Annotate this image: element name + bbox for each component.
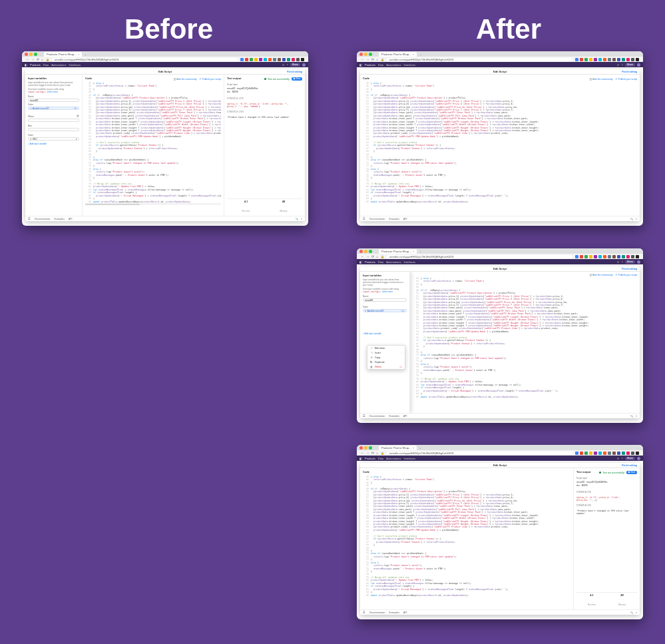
test-output-label: Test output xyxy=(227,77,241,80)
code-editor[interactable]: 45} else { 46 inferredProductStatus = (n… xyxy=(85,82,221,203)
edit-script-modal: Edit Script Finish editing Input variabl… xyxy=(25,69,305,221)
window-controls[interactable] xyxy=(22,51,40,57)
test-output-pane: Test output Test ran successfully ▶ Test… xyxy=(224,75,305,216)
sku-value: 80090 xyxy=(232,91,238,93)
search-icon[interactable]: 🔍 xyxy=(296,218,298,220)
ctx-duplicate[interactable]: ⿻Duplicate xyxy=(367,360,405,364)
learn-more-link[interactable]: Learn more xyxy=(47,91,58,93)
avatar[interactable] xyxy=(637,63,640,67)
screenshot-after-3: Products: Post to Shop…×+ ←→⟳⌂ 🔒airtable… xyxy=(357,445,643,619)
ask-community-link[interactable]: 💬 Ask the community xyxy=(590,78,612,81)
footer-examples[interactable]: Examples xyxy=(55,218,65,220)
tab-data[interactable]: Data xyxy=(378,63,383,67)
back-icon[interactable]: ← xyxy=(26,57,29,61)
code-label: Code xyxy=(85,77,92,80)
name-input[interactable] xyxy=(363,298,407,302)
test-status: Test ran successfully xyxy=(264,78,289,81)
h-scrollbar[interactable] xyxy=(85,203,221,205)
history-icon[interactable]: ⟳ xyxy=(282,63,284,67)
code-pane: Code 💬 Ask the community ⇪ Publish your … xyxy=(83,75,224,216)
sku-select[interactable]: ✦ SKU ▾ xyxy=(28,137,79,141)
tab-data[interactable]: Data xyxy=(43,63,49,67)
screenshot-before: Products: Post to Shop… × + ← → ⟳ ⌂ 🔒 ai… xyxy=(22,51,308,226)
add-input-variable-link[interactable]: + Add input variable xyxy=(28,143,47,145)
finish-editing-link[interactable]: Finish editing xyxy=(622,71,637,73)
screenshot-after-2: Products: Post to Shop…×+ ←→⟳⌂ 🔒airtable… xyxy=(357,248,643,423)
where-label: Where xyxy=(28,115,34,118)
value-token[interactable]: ✦ Airtable record ID + xyxy=(28,107,79,110)
ctx-delete[interactable]: 🗑Delete⌫ xyxy=(367,364,405,369)
ctx-edit-token[interactable]: ✓Edit token xyxy=(367,346,405,350)
ctx-insert[interactable]: ✎Insert› xyxy=(367,350,405,355)
new-tab-icon[interactable]: + xyxy=(419,53,421,56)
minimize-icon[interactable] xyxy=(29,53,33,56)
tab-close-icon[interactable]: × xyxy=(78,53,79,56)
footer-api[interactable]: API xyxy=(69,218,73,220)
url-bar[interactable]: airtable.com/appvHHf0ZpLO8c3HzWfQAVkgKuh… xyxy=(387,58,572,61)
screenshot-after-1: Products: Post to Shop…× + ←→⟳⌂ 🔒 airtab… xyxy=(357,51,643,226)
publish-script-link[interactable]: ⇪ Publish your script xyxy=(615,274,637,276)
footer-docs[interactable]: Documentation xyxy=(35,218,51,220)
tab-automations[interactable]: Automations xyxy=(386,63,401,67)
browser-tab[interactable]: Products: Post to Shop…× xyxy=(379,52,417,57)
browser-tab[interactable]: Products: Post to Shop… × xyxy=(44,52,82,57)
tab-automations[interactable]: Automations xyxy=(51,63,66,67)
tab-interfaces[interactable]: Interfaces xyxy=(69,63,81,67)
value-label: Value xyxy=(28,103,79,106)
browser-tab[interactable]: Products: Post to Shop…× xyxy=(379,446,417,450)
input-vars-label: Input variables xyxy=(28,77,79,80)
avatar[interactable] xyxy=(302,63,306,67)
name-input[interactable] xyxy=(28,99,79,102)
code-editor[interactable]: 45} else { 46 inferredProductStatus = (n… xyxy=(363,82,637,203)
url-bar[interactable]: airtable.com/appvHHf0ZpLO8c3HzWfQAVkgKuh… xyxy=(52,58,238,61)
maximize-icon[interactable] xyxy=(34,53,37,56)
ctx-copy[interactable]: ⧉Copy xyxy=(367,355,405,360)
also-input[interactable] xyxy=(28,128,79,131)
code-editor[interactable]: 45} else { 46 inferredProductStatus = (n… xyxy=(413,277,637,398)
footer-docs[interactable]: Documentation xyxy=(369,218,385,220)
finish-editing-link[interactable]: Finish editing xyxy=(287,71,302,73)
tab-interfaces[interactable]: Interfaces xyxy=(403,63,415,67)
search-icon[interactable]: 🔍 xyxy=(630,218,633,220)
code-editor[interactable]: 45} else { 46 inferredProductStatus = (n… xyxy=(363,476,570,597)
metric-runtime: 4.1Run time xyxy=(242,200,250,214)
test-button[interactable]: ▶ Test xyxy=(626,471,637,474)
add-input-variable-link[interactable]: + Add input variable xyxy=(363,332,381,335)
input-variables-pane: Input variables Input variables let you … xyxy=(360,272,410,413)
lock-icon: 🔒 xyxy=(381,58,384,61)
footer-examples[interactable]: Examples xyxy=(389,218,399,220)
forward-icon[interactable]: → xyxy=(31,57,35,61)
token-context-menu: ✓Edit token ✎Insert› ⧉Copy ⿻Duplicate 🗑D… xyxy=(367,345,405,370)
ask-community-link[interactable]: 💬 Ask the community xyxy=(590,274,612,276)
nav-buttons[interactable]: ← → ⟳ ⌂ xyxy=(26,57,43,61)
base-name[interactable]: Products xyxy=(30,63,41,67)
chevron-down-icon[interactable]: ▾ xyxy=(301,218,302,220)
reload-icon[interactable]: ⟳ xyxy=(37,57,39,61)
footer-api[interactable]: API xyxy=(403,218,407,220)
close-icon[interactable] xyxy=(25,53,28,56)
share-button[interactable]: Share xyxy=(625,63,635,67)
browser-tab[interactable]: Products: Post to Shop…× xyxy=(379,249,417,254)
where-input[interactable] xyxy=(28,119,79,122)
ask-community-link[interactable]: 💬 Ask the community xyxy=(174,78,196,81)
test-button[interactable]: ▶ Test xyxy=(292,77,302,81)
share-button[interactable]: Share xyxy=(290,63,300,67)
help-icon[interactable]: ? xyxy=(286,63,288,67)
publish-script-link[interactable]: ⇪ Publish your script xyxy=(615,78,637,81)
add-token-icon[interactable]: + xyxy=(73,107,77,110)
trash-icon[interactable]: 🗑 xyxy=(77,115,79,117)
heading-before: Before xyxy=(124,13,213,45)
extension-icons[interactable] xyxy=(240,58,304,61)
new-tab-icon[interactable]: + xyxy=(85,53,86,56)
test-output-pane: Test output Test ran successfully ▶ Test… xyxy=(573,468,640,609)
finish-editing-link[interactable]: Finish editing xyxy=(622,268,637,270)
chevron-down-icon[interactable]: ▾ xyxy=(636,218,637,220)
finish-editing-link[interactable]: Finish editing xyxy=(622,464,637,467)
learn-more-link[interactable]: Learn more xyxy=(382,290,393,293)
home-icon[interactable]: ⌂ xyxy=(41,57,43,61)
value-token[interactable]: ✦ Airtable record ID+ xyxy=(363,309,407,312)
chevron-down-icon: ▾ xyxy=(76,138,77,141)
lock-icon: 🔒 xyxy=(46,58,49,61)
publish-script-link[interactable]: ⇪ Publish your script xyxy=(199,78,221,81)
value-label-2: Value xyxy=(28,134,79,137)
